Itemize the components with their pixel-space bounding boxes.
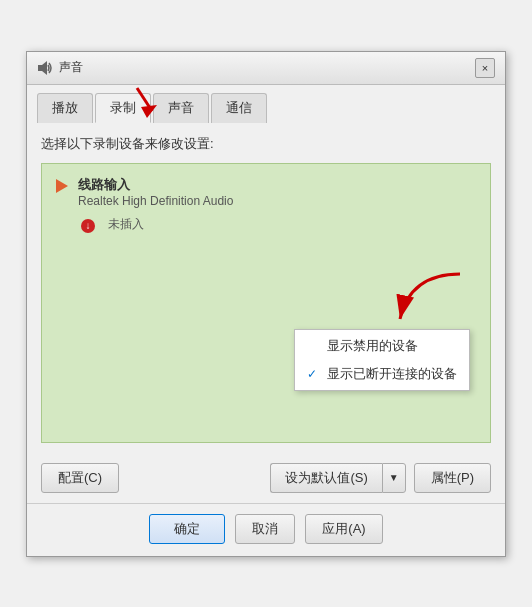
context-menu-item-show-disconnected[interactable]: ✓ 显示已断开连接的设备 (295, 360, 469, 388)
device-sub: Realtek High Definition Audio (78, 194, 233, 208)
device-arrow-icon (52, 176, 72, 196)
set-default-button[interactable]: 设为默认值(S) (270, 463, 381, 493)
context-menu-item-show-disabled[interactable]: 显示禁用的设备 (295, 332, 469, 360)
tab-recording[interactable]: 录制 (95, 93, 151, 123)
set-default-split-button: 设为默认值(S) ▼ (270, 463, 405, 493)
apply-button[interactable]: 应用(A) (305, 514, 382, 544)
properties-button[interactable]: 属性(P) (414, 463, 491, 493)
device-item[interactable]: 线路输入 Realtek High Definition Audio (50, 172, 482, 212)
tab-communications[interactable]: 通信 (211, 93, 267, 123)
confirm-buttons: 确定 取消 应用(A) (27, 510, 505, 556)
title-bar: 声音 × (27, 52, 505, 85)
device-status-item: ↓ 未插入 (50, 212, 482, 240)
title-bar-left: 声音 (37, 59, 83, 76)
device-list: 线路输入 Realtek High Definition Audio ↓ 未插入… (41, 163, 491, 443)
ok-button[interactable]: 确定 (149, 514, 225, 544)
tab-content: 选择以下录制设备来修改设置: 线路输入 Realtek High Definit… (27, 123, 505, 455)
action-buttons: 配置(C) 设为默认值(S) ▼ 属性(P) (27, 455, 505, 497)
device-down-icon: ↓ (78, 216, 98, 236)
footer-divider (27, 503, 505, 504)
context-menu: 显示禁用的设备 ✓ 显示已断开连接的设备 (294, 329, 470, 391)
tab-sounds[interactable]: 声音 (153, 93, 209, 123)
configure-button[interactable]: 配置(C) (41, 463, 119, 493)
device-status: 未插入 (108, 216, 144, 233)
show-disabled-label: 显示禁用的设备 (327, 337, 418, 355)
tab-playback[interactable]: 播放 (37, 93, 93, 123)
set-default-dropdown[interactable]: ▼ (382, 463, 406, 493)
speaker-icon (37, 60, 53, 76)
svg-marker-1 (42, 61, 47, 75)
sound-dialog: 声音 × 播放 录制 声音 通信 选择以下录制设备来修改设置: 线路输入 Re (26, 51, 506, 557)
window-title: 声音 (59, 59, 83, 76)
right-action-buttons: 设为默认值(S) ▼ 属性(P) (270, 463, 491, 493)
check-disconnected: ✓ (307, 367, 321, 381)
device-name: 线路输入 (78, 176, 233, 194)
device-info: 线路输入 Realtek High Definition Audio (78, 176, 233, 208)
show-disconnected-label: 显示已断开连接的设备 (327, 365, 457, 383)
cancel-button[interactable]: 取消 (235, 514, 295, 544)
tab-bar: 播放 录制 声音 通信 (27, 85, 505, 123)
close-button[interactable]: × (475, 58, 495, 78)
description-text: 选择以下录制设备来修改设置: (41, 135, 491, 153)
svg-rect-0 (38, 65, 42, 71)
